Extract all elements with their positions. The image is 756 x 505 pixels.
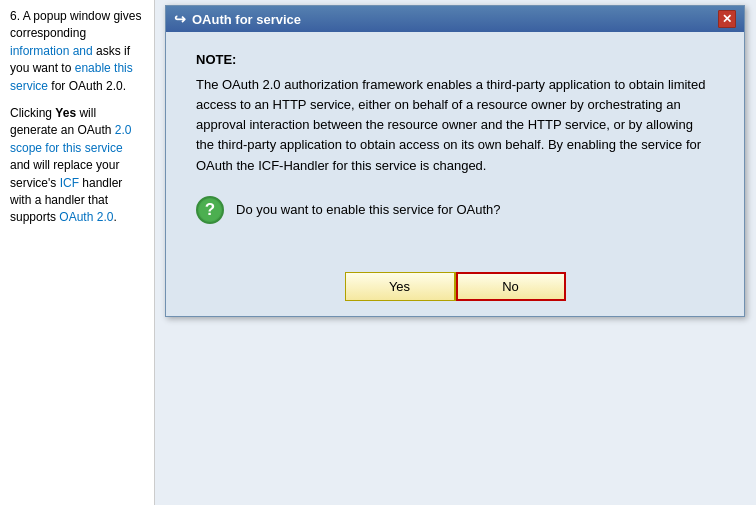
dialog-title: OAuth for service xyxy=(192,12,301,27)
sidebar-link-this-service[interactable]: this service xyxy=(10,61,133,92)
dialog-titlebar-left: ↪ OAuth for service xyxy=(174,11,301,27)
dialog-question-row: ? Do you want to enable this service for… xyxy=(196,196,714,224)
question-icon: ? xyxy=(196,196,224,224)
dialog-question-text: Do you want to enable this service for O… xyxy=(236,202,500,217)
dialog-title-icon: ↪ xyxy=(174,11,186,27)
dialog-body-text: The OAuth 2.0 authorization framework en… xyxy=(196,75,714,176)
sidebar-link-enable[interactable]: enable xyxy=(75,61,111,75)
sidebar: 6. A popup window gives corresponding in… xyxy=(0,0,155,505)
dialog-area: ↪ OAuth for service ✕ NOTE: The OAuth 2.… xyxy=(155,0,756,505)
dialog-footer: Yes No xyxy=(166,264,744,316)
sidebar-yes-text: Yes xyxy=(55,106,76,120)
no-button[interactable]: No xyxy=(456,272,566,301)
dialog-close-button[interactable]: ✕ xyxy=(718,10,736,28)
dialog-titlebar: ↪ OAuth for service ✕ xyxy=(166,6,744,32)
step-number: 6. xyxy=(10,9,20,23)
sidebar-link-oauth2[interactable]: OAuth 2.0 xyxy=(59,210,113,224)
yes-button[interactable]: Yes xyxy=(345,272,455,301)
sidebar-link-2scope[interactable]: 2.0 scope for this service xyxy=(10,123,131,154)
sidebar-link-information[interactable]: information and xyxy=(10,44,93,58)
dialog-note: NOTE: xyxy=(196,52,714,67)
oauth-dialog: ↪ OAuth for service ✕ NOTE: The OAuth 2.… xyxy=(165,5,745,317)
dialog-body: NOTE: The OAuth 2.0 authorization framew… xyxy=(166,32,744,264)
sidebar-link-icf[interactable]: ICF xyxy=(60,176,79,190)
